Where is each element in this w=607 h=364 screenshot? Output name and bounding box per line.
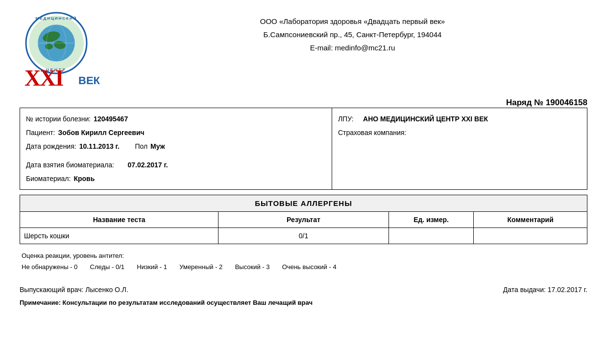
page-header: МЕДИЦИНСКИЙ ЦЕНТР XXI ВЕК ООО «Лаборатор… (20, 10, 587, 88)
dob-line: Дата рождения: 10.11.2013 г. Пол Муж (26, 139, 326, 153)
footnote-levels: Не обнаружены - 0 Следы - 0/1 Низкий - 1… (22, 261, 585, 273)
doctor-info: Выпускающий врач: Лысенко О.Л. (20, 283, 313, 296)
order-number: Наряд № 190046158 (20, 98, 587, 108)
level-3: Высокий - 3 (235, 263, 270, 271)
bio-date-label: Дата взятия биоматериала: (26, 158, 114, 172)
lpu-info-cell: ЛПУ: АНО МЕДИЦИНСКИЙ ЦЕНТР XXI ВЕК Страх… (332, 108, 587, 190)
svg-text:XXI: XXI (24, 66, 63, 88)
col-header-result: Результат (219, 212, 388, 228)
patient-info-table: № истории болезни: 120495467 Пациент: Зо… (20, 108, 587, 190)
dob-value: 10.11.2013 г. (79, 139, 120, 153)
patient-info-cell: № истории болезни: 120495467 Пациент: Зо… (20, 108, 332, 190)
bio-material-line: Биоматериал: Кровь (26, 172, 326, 185)
col-header-test: Название теста (20, 212, 219, 228)
logo-svg: МЕДИЦИНСКИЙ ЦЕНТР XXI ВЕК (20, 10, 118, 88)
insurance-label: Страховая компания: (338, 129, 406, 136)
table-row: Шерсть кошки 0/1 (20, 228, 587, 244)
section-header: БЫТОВЫЕ АЛЛЕРГЕНЫ (20, 195, 587, 212)
history-value: 120495467 (94, 112, 128, 126)
footnote: Оценка реакции, уровень антител: Не обна… (20, 250, 587, 273)
patient-label: Пациент: (26, 126, 55, 139)
footer-right: Дата выдачи: 17.02.2017 г. (503, 283, 587, 296)
bio-material-value: Кровь (73, 172, 95, 185)
col-header-unit: Ед. измер. (388, 212, 474, 228)
patient-name-line: Пациент: Зобов Кирилл Сергеевич (26, 126, 326, 139)
lpu-line: ЛПУ: АНО МЕДИЦИНСКИЙ ЦЕНТР XXI ВЕК (338, 112, 581, 126)
logo-area: МЕДИЦИНСКИЙ ЦЕНТР XXI ВЕК (20, 10, 118, 88)
svg-point-5 (45, 44, 53, 49)
footer-note: Примечание: Консультации по результатам … (20, 296, 313, 309)
level-0: Не обнаружены - 0 (22, 263, 77, 271)
footnote-title: Оценка реакции, уровень антител: (22, 250, 585, 261)
level-2: Умеренный - 2 (179, 263, 222, 271)
org-email: E-mail: medinfo@mc21.ru (118, 41, 587, 54)
level-1: Низкий - 1 (137, 263, 167, 271)
cell-unit (388, 228, 474, 244)
footer-left: Выпускающий врач: Лысенко О.Л. Примечани… (20, 283, 313, 309)
cell-test: Шерсть кошки (20, 228, 219, 244)
results-table: БЫТОВЫЕ АЛЛЕРГЕНЫ Название теста Результ… (20, 195, 587, 244)
svg-text:МЕДИЦИНСКИЙ: МЕДИЦИНСКИЙ (36, 16, 77, 21)
history-line: № истории болезни: 120495467 (26, 112, 326, 126)
col-header-comment: Комментарий (474, 212, 587, 228)
org-address: Б.Сампсониевский пр., 45, Санкт-Петербур… (118, 28, 587, 41)
level-4: Очень высокий - 4 (282, 263, 337, 271)
gender-label: Пол (135, 139, 147, 153)
patient-name: Зобов Кирилл Сергеевич (58, 126, 145, 139)
svg-text:ВЕК: ВЕК (78, 74, 100, 87)
lpu-label: ЛПУ: (338, 115, 354, 123)
cell-comment (474, 228, 587, 244)
insurance-line: Страховая компания: (338, 126, 581, 139)
level-01: Следы - 0/1 (90, 263, 124, 271)
cell-result: 0/1 (219, 228, 388, 244)
lpu-value: АНО МЕДИЦИНСКИЙ ЦЕНТР XXI ВЕК (363, 115, 488, 123)
gender-value: Муж (150, 139, 165, 153)
history-label: № истории болезни: (26, 112, 91, 126)
org-info: ООО «Лаборатория здоровья «Двадцать перв… (118, 10, 587, 54)
issue-date: Дата выдачи: 17.02.2017 г. (503, 283, 587, 296)
bio-material-label: Биоматериал: (26, 172, 71, 185)
page-footer: Выпускающий врач: Лысенко О.Л. Примечани… (20, 283, 587, 309)
dob-label: Дата рождения: (26, 139, 76, 153)
org-name: ООО «Лаборатория здоровья «Двадцать перв… (118, 15, 587, 28)
bio-date-value: 07.02.2017 г. (127, 158, 168, 172)
bio-date-line: Дата взятия биоматериала: 07.02.2017 г. (26, 158, 326, 172)
